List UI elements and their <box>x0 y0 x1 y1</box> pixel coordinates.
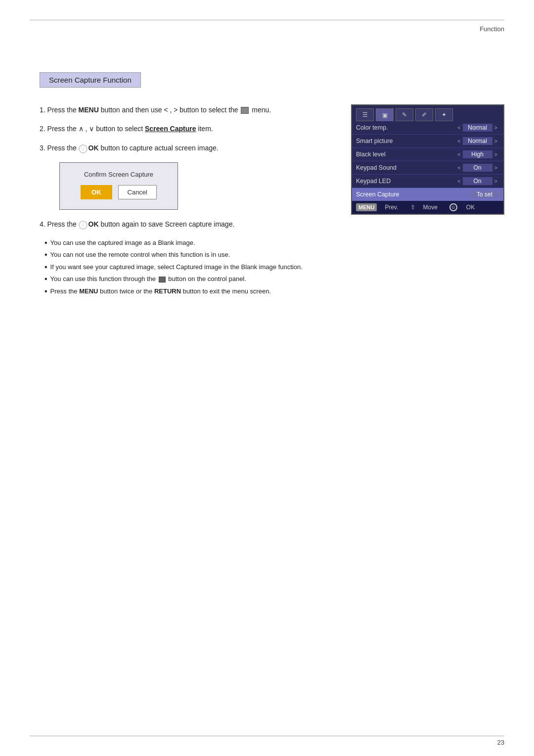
screen-capture-label: Screen Capture <box>356 191 470 198</box>
step-1-end: menu. <box>250 106 271 114</box>
footer-move-symbol: ⇧ <box>410 204 415 211</box>
black-level-left-arrow[interactable]: < <box>457 151 460 157</box>
footer-ok-icon: ⊙ <box>449 203 458 211</box>
bullet-dot-1: • <box>44 238 47 247</box>
menu-tab-2[interactable]: ▣ <box>376 108 394 121</box>
bullet-4-text: You can use this function through the bu… <box>50 274 246 284</box>
dialog-cancel-button[interactable]: Cancel <box>118 185 157 199</box>
section-title: Screen Capture Function <box>49 76 132 84</box>
bullet-2: • You can not use the remote control whe… <box>44 250 331 260</box>
section-title-box: Screen Capture Function <box>40 72 141 88</box>
menu-key-label: MENU <box>356 203 377 211</box>
step-2-screen-capture: Screen Capture <box>145 125 196 133</box>
keypad-sound-value: On <box>463 164 492 172</box>
step-3: 3. Press the ⊙OK button to capture actua… <box>40 142 331 153</box>
tab-1-icon: ☰ <box>362 111 368 118</box>
right-column: ☰ ▣ ✎ ✐ ✦ <box>351 104 504 298</box>
menu-tab-3[interactable]: ✎ <box>396 108 413 121</box>
menu-panel: ☰ ▣ ✎ ✐ ✦ <box>351 104 504 215</box>
footer-ok-label: OK <box>466 204 475 211</box>
menu-rows: Color temp. < Normal > Smart picture < N… <box>352 121 503 201</box>
black-level-right-arrow[interactable]: > <box>494 151 497 157</box>
keypad-led-label: Keypad LED <box>356 178 455 185</box>
footer-ok-circle: ⊙ <box>449 203 457 211</box>
smart-picture-left-arrow[interactable]: < <box>457 138 460 144</box>
control-panel-icon <box>159 277 166 283</box>
screen-capture-value: To set <box>470 190 499 198</box>
tab-4-icon: ✐ <box>422 111 427 118</box>
keypad-sound-left-arrow[interactable]: < <box>457 165 460 171</box>
keypad-led-left-arrow[interactable]: < <box>457 178 460 184</box>
color-temp-label: Color temp. <box>356 124 455 131</box>
step-2-text2: item. <box>196 125 213 133</box>
menu-footer: MENU Prev. ⇧ Move ⊙ OK <box>352 201 503 214</box>
page-number: 23 <box>497 739 504 746</box>
header-section: Function <box>480 25 504 33</box>
ok-circle-icon: ⊙ <box>79 144 88 153</box>
bullet-3-text: If you want see your captured image, sel… <box>50 262 303 272</box>
bullet-5: • Press the MENU button twice or the RET… <box>44 286 331 296</box>
tab-5-icon: ✦ <box>442 111 446 118</box>
dialog-ok-button[interactable]: OK <box>81 185 112 199</box>
footer-prev-label: Prev. <box>385 204 398 211</box>
menu-row-smart-picture: Smart picture < Normal > <box>352 135 503 148</box>
content-area: 1. Press the MENU button and then use < … <box>30 104 504 298</box>
bullet-1-text: You can use the captured image as a Blan… <box>50 238 195 248</box>
step-3-ok: OK <box>89 144 99 152</box>
menu-tab-5[interactable]: ✦ <box>435 108 453 121</box>
step-3-text1: 3. Press the <box>40 144 79 152</box>
menu-row-keypad-sound: Keypad Sound < On > <box>352 161 503 175</box>
bullet-dot-4: • <box>44 274 47 284</box>
step-4-text1: 4. Press the <box>40 220 79 228</box>
menu-tab-1[interactable]: ☰ <box>356 108 374 121</box>
black-level-label: Black level <box>356 151 455 158</box>
step-4-text2: button again to save Screen capture imag… <box>99 220 235 228</box>
bullet-dot-5: • <box>44 286 47 296</box>
bullet-dot-2: • <box>44 250 47 259</box>
menu-tab-row: ☰ ▣ ✎ ✐ ✦ <box>352 105 503 121</box>
bullet-5-text: Press the MENU button twice or the RETUR… <box>50 286 271 296</box>
ok-circle-2-icon: ⊙ <box>79 221 88 230</box>
left-column: 1. Press the MENU button and then use < … <box>30 104 331 298</box>
menu-row-screen-capture[interactable]: Screen Capture To set <box>352 188 503 201</box>
bullet-dot-3: • <box>44 262 47 272</box>
step-1: 1. Press the MENU button and then use < … <box>40 104 331 115</box>
bullets-list: • You can use the captured image as a Bl… <box>44 238 331 296</box>
step-1-text: button and then use < , > button to sele… <box>99 106 240 114</box>
tab-2-icon: ▣ <box>382 112 388 119</box>
tab-3-icon: ✎ <box>402 111 407 118</box>
step-4-ok: OK <box>89 220 99 228</box>
menu-icon <box>241 107 249 114</box>
step-2-text1: 2. Press the ∧ , ∨ button to select <box>40 125 145 133</box>
header-row: Function <box>30 25 504 33</box>
menu-row-color-temp: Color temp. < Normal > <box>352 121 503 135</box>
bullet-2-text: You can not use the remote control when … <box>50 250 230 260</box>
menu-row-black-level: Black level < High > <box>352 148 503 161</box>
bullet-1: • You can use the captured image as a Bl… <box>44 238 331 248</box>
keypad-sound-label: Keypad Sound <box>356 164 455 171</box>
step-1-menu-bold: MENU <box>79 106 99 114</box>
keypad-led-value: On <box>463 177 492 185</box>
color-temp-left-arrow[interactable]: < <box>457 125 460 131</box>
keypad-led-right-arrow[interactable]: > <box>494 178 497 184</box>
step-2: 2. Press the ∧ , ∨ button to select Scre… <box>40 123 331 134</box>
menu-row-keypad-led: Keypad LED < On > <box>352 175 503 188</box>
step-3-text2: button to capture actual screen image. <box>99 144 219 152</box>
confirm-dialog-title: Confirm Screen Capture <box>70 171 168 178</box>
menu-tab-4[interactable]: ✐ <box>415 108 433 121</box>
step-4: 4. Press the ⊙OK button again to save Sc… <box>40 219 331 230</box>
color-temp-value: Normal <box>463 124 492 132</box>
black-level-value: High <box>463 150 492 158</box>
top-rule <box>30 20 504 20</box>
smart-picture-label: Smart picture <box>356 138 455 144</box>
smart-picture-value: Normal <box>463 137 492 145</box>
step-1-number: 1. Press the <box>40 106 79 114</box>
keypad-sound-right-arrow[interactable]: > <box>494 165 497 171</box>
footer-rule <box>30 736 504 736</box>
dialog-buttons: OK Cancel <box>70 185 168 199</box>
smart-picture-right-arrow[interactable]: > <box>494 138 497 144</box>
page-container: Function Screen Capture Function 1. Pres… <box>0 0 534 756</box>
color-temp-right-arrow[interactable]: > <box>494 125 497 131</box>
footer-move-label: Move <box>423 204 438 211</box>
bullet-3: • If you want see your captured image, s… <box>44 262 331 272</box>
